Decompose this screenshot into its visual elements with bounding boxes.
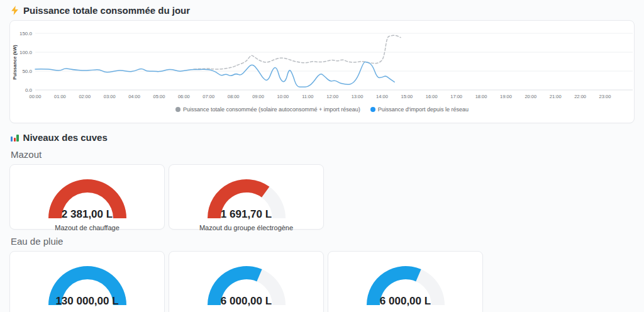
legend-dot-blue	[370, 107, 375, 112]
svg-text:09:00: 09:00	[252, 94, 264, 99]
group-label-eau-de-pluie: Eau de pluie	[11, 236, 635, 247]
svg-text:23:00: 23:00	[599, 94, 611, 99]
svg-text:Puissance (kW): Puissance (kW)	[12, 45, 18, 80]
power-line-chart[interactable]: 0.050.0100.0150.0Puissance (kW)00:0001:0…	[10, 25, 633, 105]
tanks-section-title: Niveaux des cuves	[23, 132, 108, 143]
legend-label-import: Puissance d'import depuis le réseau	[378, 106, 469, 113]
gauge-value: 6 000,00 L	[174, 295, 319, 308]
mazout-gauge-row: 2 381,00 L Mazout de chauffage 1 691,70 …	[9, 164, 635, 230]
svg-text:18:00: 18:00	[475, 94, 487, 99]
gauge-card-arrosage-1: 6 000,00 L Arrosage extérieur 1	[169, 251, 324, 312]
eau-gauge-row: 130 000,00 L Refroidissement machine à g…	[9, 251, 635, 312]
gauge-value: 1 691,70 L	[174, 208, 319, 221]
dashboard: Puissance totale consommée du jour 0.050…	[0, 0, 644, 312]
gauge-card-arrosage-2: 6 000,00 L Arrosage extérieur 2	[328, 251, 483, 312]
gauge-label: Mazout de chauffage	[55, 224, 119, 231]
lightning-icon	[11, 6, 19, 15]
svg-text:11:00: 11:00	[302, 94, 313, 99]
svg-text:0.0: 0.0	[25, 87, 33, 93]
gauge-value: 6 000,00 L	[333, 295, 478, 308]
gauge-chart[interactable]: 1 691,70 L	[199, 172, 294, 219]
svg-text:100.0: 100.0	[19, 50, 33, 55]
svg-text:01:00: 01:00	[54, 94, 66, 99]
bar-chart-icon	[11, 133, 19, 142]
svg-text:08:00: 08:00	[228, 94, 240, 99]
svg-text:20:00: 20:00	[525, 94, 536, 99]
svg-text:00:00: 00:00	[30, 94, 42, 99]
legend-item-total[interactable]: Puissance totale consommée (solaire auto…	[175, 106, 360, 113]
gauge-value: 130 000,00 L	[15, 295, 160, 308]
svg-text:50.0: 50.0	[22, 69, 32, 74]
svg-text:10:00: 10:00	[277, 94, 289, 99]
svg-text:05:00: 05:00	[153, 94, 165, 99]
svg-text:22:00: 22:00	[574, 94, 586, 99]
group-label-mazout: Mazout	[11, 149, 635, 160]
tanks-section-header: Niveaux des cuves	[11, 132, 635, 143]
power-section-header: Puissance totale consommée du jour	[11, 5, 635, 16]
svg-text:21:00: 21:00	[550, 94, 562, 99]
svg-text:03:00: 03:00	[104, 94, 116, 99]
svg-text:04:00: 04:00	[128, 94, 140, 99]
svg-text:07:00: 07:00	[203, 94, 214, 99]
svg-text:14:00: 14:00	[376, 94, 388, 99]
svg-text:16:00: 16:00	[426, 94, 438, 99]
legend-dot-gray	[175, 107, 180, 112]
svg-text:19:00: 19:00	[500, 94, 512, 99]
gauge-card-refroidissement: 130 000,00 L Refroidissement machine à g…	[9, 251, 165, 312]
gauge-chart[interactable]: 130 000,00 L	[40, 259, 135, 306]
svg-text:15:00: 15:00	[401, 94, 413, 99]
gauge-card-mazout-groupe: 1 691,70 L Mazout du groupe électrogène	[169, 164, 324, 230]
chart-legend: Puissance totale consommée (solaire auto…	[10, 106, 634, 113]
svg-text:12:00: 12:00	[326, 94, 338, 99]
svg-text:17:00: 17:00	[450, 94, 462, 99]
gauge-value: 2 381,00 L	[15, 208, 160, 221]
gauge-chart[interactable]: 2 381,00 L	[40, 172, 135, 219]
power-section-title: Puissance totale consommée du jour	[23, 5, 190, 16]
svg-text:150.0: 150.0	[19, 31, 33, 36]
gauge-card-mazout-chauffage: 2 381,00 L Mazout de chauffage	[9, 164, 165, 230]
gauge-chart[interactable]: 6 000,00 L	[358, 259, 453, 306]
svg-text:02:00: 02:00	[79, 94, 91, 99]
gauge-label: Mazout du groupe électrogène	[199, 224, 293, 231]
svg-text:13:00: 13:00	[352, 94, 364, 99]
gauge-chart[interactable]: 6 000,00 L	[199, 259, 294, 306]
legend-item-import[interactable]: Puissance d'import depuis le réseau	[370, 106, 469, 113]
legend-label-total: Puissance totale consommée (solaire auto…	[183, 106, 360, 113]
svg-text:06:00: 06:00	[178, 94, 190, 99]
power-chart-card: 0.050.0100.0150.0Puissance (kW)00:0001:0…	[9, 20, 635, 123]
